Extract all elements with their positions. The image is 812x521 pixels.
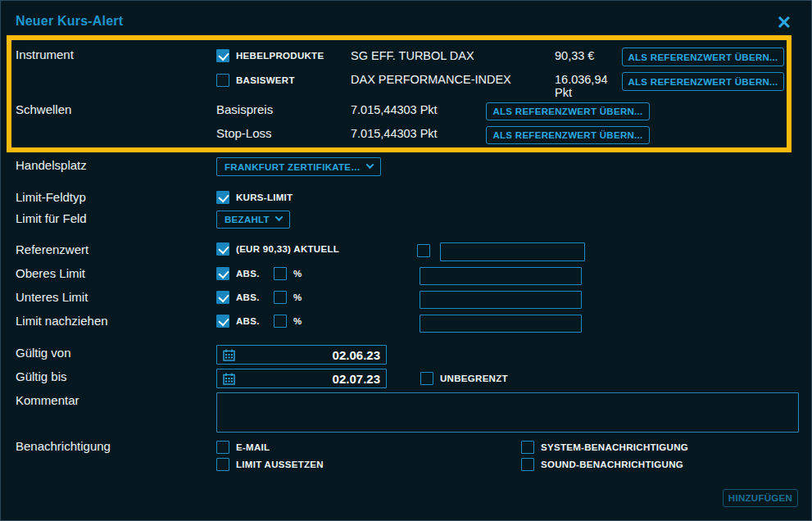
instrument-name: SG EFF. TURBOL DAX [351,49,474,62]
oberes-limit-input[interactable] [420,267,582,285]
als-referenzwert-button[interactable]: ALS REFERENZWERT ÜBERN... [622,72,784,91]
email-checkbox[interactable]: E-MAIL [216,440,270,454]
oberes-limit-abs-checkbox[interactable]: ABS. [216,266,260,280]
checkbox-unchecked-icon [216,441,229,454]
checkbox-checked-icon [216,315,229,328]
chevron-down-icon [366,161,374,169]
referenzwert-label: Referenzwert [16,242,88,256]
gueltig-bis-label: Gültig bis [16,369,67,383]
chevron-down-icon [274,213,283,221]
checkbox-unchecked-icon [420,372,433,385]
checkbox-checked-icon [216,49,229,62]
gueltig-bis-value: 02.07.23 [333,372,380,386]
checkbox-label: ABS. [236,292,260,302]
checkbox-label: UNBEGRENZT [440,374,508,383]
calendar-icon [223,373,235,385]
checkbox-label: % [293,292,302,302]
checkbox-unchecked-icon [216,74,229,87]
instrument-price: 90,33 € [555,49,620,62]
checkbox-unchecked-icon [216,458,229,471]
checkbox-label: ABS. [236,316,260,326]
checkbox-label: HEBELPRODUKTE [236,51,324,61]
handelsplatz-selected-value: FRANKFURT ZERTIFIKATE (... [225,162,361,172]
checkbox-label: KURS-LIMIT [236,193,293,202]
gueltig-von-date-input[interactable]: 02.06.23 [216,345,387,365]
basiswert-checkbox[interactable]: BASISWERT [216,73,295,87]
checkbox-checked-icon [216,191,229,204]
referenzwert-custom-checkbox[interactable] [417,243,430,257]
checkbox-unchecked-icon [417,244,430,257]
checkbox-checked-icon [216,291,229,304]
checkbox-label: (EUR 90,33) AKTUELL [236,244,339,254]
kurs-limit-checkbox[interactable]: KURS-LIMIT [216,190,293,204]
checkbox-label: LIMIT AUSSETZEN [236,460,324,469]
limit-nachziehen-label: Limit nachziehen [16,314,108,328]
instrument-name: DAX PERFORMANCE-INDEX [351,73,511,86]
als-referenzwert-button[interactable]: ALS REFERENZWERT ÜBERN... [486,102,650,120]
checkbox-checked-icon [216,242,229,256]
stop-loss-label: Stop-Loss [216,126,272,140]
limit-feldtyp-label: Limit-Feldtyp [16,190,86,204]
limit-nachziehen-abs-checkbox[interactable]: ABS. [216,314,260,328]
benachrichtigung-label: Benachrichtigung [16,439,111,453]
checkbox-unchecked-icon [521,458,534,471]
hebelprodukte-checkbox[interactable]: HEBELPRODUKTE [216,48,324,62]
checkbox-label: SYSTEM-BENACHRICHTIGUNG [541,442,688,452]
limit-fuer-feld-selected-value: BEZAHLT [225,215,270,224]
calendar-icon [223,349,235,361]
dialog-title: Neuer Kurs-Alert [16,14,123,29]
checkbox-label: ABS. [236,269,260,279]
limit-nachziehen-pct-checkbox[interactable]: % [274,314,302,328]
unteres-limit-abs-checkbox[interactable]: ABS. [216,290,260,304]
checkbox-unchecked-icon [274,291,287,304]
stop-loss-value: 7.015,44303 Pkt [351,127,438,140]
kommentar-label: Kommentar [16,393,79,407]
referenzwert-custom-input[interactable] [440,242,585,261]
checkbox-unchecked-icon [521,441,534,454]
oberes-limit-label: Oberes Limit [16,266,85,280]
unbegrenzt-checkbox[interactable]: UNBEGRENZT [420,371,508,385]
basispreis-value: 7.015,44303 Pkt [351,103,438,116]
checkbox-label: E-MAIL [236,442,270,452]
instrument-label: Instrument [16,48,74,61]
close-icon[interactable]: ✕ [772,11,796,35]
hinzufuegen-button[interactable]: HINZUFÜGEN [723,489,798,507]
basispreis-label: Basispreis [216,102,273,116]
unteres-limit-label: Unteres Limit [16,290,88,304]
limit-fuer-feld-select[interactable]: BEZAHLT [216,211,290,229]
handelsplatz-label: Handelsplatz [16,158,87,172]
checkbox-label: % [293,316,302,326]
system-benachrichtigung-checkbox[interactable]: SYSTEM-BENACHRICHTIGUNG [521,440,688,454]
unteres-limit-input[interactable] [420,291,582,309]
schwellen-label: Schwellen [16,102,71,116]
checkbox-unchecked-icon [274,315,287,328]
oberes-limit-pct-checkbox[interactable]: % [274,266,302,280]
kommentar-textarea[interactable] [216,392,799,433]
gueltig-bis-date-input[interactable]: 02.07.23 [216,369,387,388]
handelsplatz-select[interactable]: FRANKFURT ZERTIFIKATE (... [216,157,381,176]
instrument-price: 16.036,94 Pkt [555,73,619,99]
gueltig-von-value: 02.06.23 [333,348,380,362]
checkbox-checked-icon [216,267,229,280]
limit-aussetzen-checkbox[interactable]: LIMIT AUSSETZEN [216,457,324,471]
als-referenzwert-button[interactable]: ALS REFERENZWERT ÜBERN... [622,48,784,66]
gueltig-von-label: Gültig von [16,346,71,360]
limit-nachziehen-input[interactable] [420,315,582,333]
limit-fuer-feld-label: Limit für Feld [16,211,87,225]
checkbox-unchecked-icon [274,267,287,280]
referenzwert-aktuell-checkbox[interactable]: (EUR 90,33) AKTUELL [216,242,339,256]
checkbox-label: % [293,269,302,279]
neuer-kurs-alert-dialog: Neuer Kurs-Alert ✕ Instrument HEBELPRODU… [0,0,812,521]
unteres-limit-pct-checkbox[interactable]: % [274,290,302,304]
checkbox-label: SOUND-BENACHRICHTIGUNG [541,460,683,469]
sound-benachrichtigung-checkbox[interactable]: SOUND-BENACHRICHTIGUNG [521,457,683,471]
als-referenzwert-button[interactable]: ALS REFERENZWERT ÜBERN... [486,126,650,144]
checkbox-label: BASISWERT [236,75,295,85]
